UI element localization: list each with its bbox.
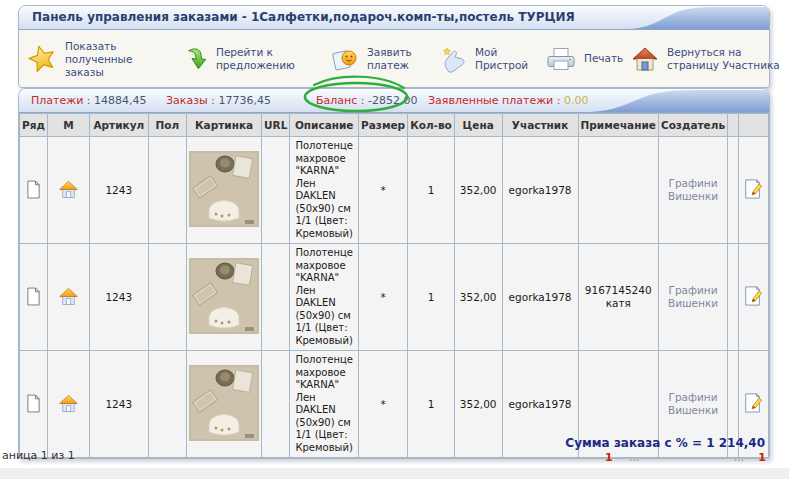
pagination-dots: ... (629, 451, 640, 464)
home-icon (631, 46, 659, 72)
edit-icon[interactable] (743, 285, 763, 309)
page-title: Панель управления заказами - 1Салфетки,п… (32, 10, 575, 24)
toolbar-button-print[interactable]: Печать (546, 47, 623, 71)
product-image[interactable] (189, 258, 259, 334)
house-small-icon[interactable] (58, 180, 79, 201)
printer-icon (546, 47, 576, 71)
cell-note (578, 137, 658, 244)
header-swoosh-decoration (589, 89, 769, 112)
cell-price: 352,00 (454, 244, 502, 351)
column-header: Примечание (578, 114, 658, 137)
pagination-right: ... 1 (734, 451, 766, 464)
star-icon (27, 44, 57, 74)
orders-table-panel: Платежи : 14884,45 Заказы : 17736,45 Бал… (18, 88, 770, 459)
product-image[interactable] (189, 365, 259, 441)
stat-value: 14884,45 (94, 94, 147, 107)
cell-description: Полотенце махровое "KARNA" Лен DAKLEN (5… (290, 137, 359, 244)
edit-icon[interactable] (743, 178, 763, 202)
column-header: URL (262, 114, 290, 137)
column-header: Кол-во (408, 114, 455, 137)
cell-blank (728, 244, 739, 351)
cell-price: 352,00 (454, 351, 502, 458)
pagination-left: 1 ... (605, 451, 639, 464)
cell-participant: egorka1978 (502, 244, 578, 351)
toolbar-button-show-received-orders[interactable]: Показать полученные заказы (27, 39, 150, 78)
cell-qty: 1 (408, 244, 455, 351)
table-row: 1243 Полотенце махровое "KARNA" Лен DAKL… (20, 244, 769, 351)
cell-pol (148, 137, 186, 244)
toolbar-button-label: Мой Пристрой (475, 46, 545, 72)
bottom-band (0, 468, 789, 479)
stat-separator: : (357, 94, 368, 107)
cell-article: 1243 (89, 351, 148, 458)
stat-separator: : (208, 94, 219, 107)
cell-participant: egorka1978 (502, 137, 578, 244)
cell-url (262, 137, 290, 244)
stat-value: -2852,00 (368, 94, 417, 107)
toolbar-button-label: Перейти к предложению (216, 46, 311, 72)
column-header: Картинка (187, 114, 262, 137)
cell-description: Полотенце махровое "KARNA" Лен DAKLEN (5… (290, 351, 359, 458)
cell-url (262, 244, 290, 351)
cell-article: 1243 (89, 244, 148, 351)
pagination-last-page[interactable]: 1 (758, 451, 766, 464)
stat-value: 17736,45 (218, 94, 271, 107)
orders-table: Ряд М Артикул Пол Картинка URL Описание … (19, 113, 769, 458)
row-page-icon[interactable] (26, 287, 41, 308)
stat-label: Заявленные платежи (428, 94, 553, 107)
toolbar: Показать полученные заказы Перейти к пре… (19, 30, 769, 87)
cell-qty: 1 (408, 137, 455, 244)
page-info: аница 1 из 1 (2, 449, 75, 462)
cell-size: * (359, 137, 408, 244)
toolbar-button-return-to-member-page[interactable]: Вернуться на страницу Участника (631, 46, 785, 72)
house-small-icon[interactable] (58, 287, 79, 308)
column-header: Пол (148, 114, 186, 137)
cell-article: 1243 (89, 137, 148, 244)
product-image[interactable] (189, 151, 259, 227)
stat-separator: : (553, 94, 564, 107)
cell-size: * (359, 351, 408, 458)
stat-payments: Платежи : 14884,45 (31, 94, 146, 107)
cell-blank (728, 137, 739, 244)
toolbar-button-go-to-offer[interactable]: Перейти к предложению (186, 46, 311, 72)
toolbar-button-declare-payment[interactable]: Заявить платеж (331, 46, 427, 72)
column-header: Ряд (20, 114, 48, 137)
toolbar-button-label: Показать полученные заказы (65, 39, 150, 78)
orders-control-panel: Панель управления заказами - 1Салфетки,п… (18, 5, 770, 88)
column-header (738, 114, 768, 137)
column-header: Размер (359, 114, 408, 137)
hand-star-icon (441, 45, 467, 73)
cell-description: Полотенце махровое "KARNA" Лен DAKLEN (5… (290, 244, 359, 351)
cell-pol (148, 244, 186, 351)
edit-icon[interactable] (743, 392, 763, 416)
column-header: Создатель (658, 114, 727, 137)
cell-creator[interactable]: Графини Вишенки (658, 137, 727, 244)
cell-note: 9167145240 катя (578, 244, 658, 351)
stat-separator: : (83, 94, 94, 107)
row-page-icon[interactable] (26, 180, 41, 201)
toolbar-button-label: Заявить платеж (367, 46, 427, 72)
stat-value: 0.00 (564, 94, 589, 107)
table-row: 1243 Полотенце махровое "KARNA" Лен DAKL… (20, 137, 769, 244)
cell-size: * (359, 244, 408, 351)
column-header: Описание (290, 114, 359, 137)
pagination-dots: ... (734, 451, 745, 464)
green-arrow-icon (186, 46, 208, 72)
header-swoosh-decoration (629, 6, 769, 29)
orders-panel-header: Панель управления заказами - 1Салфетки,п… (19, 6, 769, 30)
cell-creator[interactable]: Графини Вишенки (658, 244, 727, 351)
stat-declared-payments: Заявленные платежи : 0.00 (428, 94, 588, 107)
cell-url (262, 351, 290, 458)
row-page-icon[interactable] (26, 394, 41, 415)
stat-balance: Баланс : -2852,00 (316, 94, 417, 107)
column-header: М (47, 114, 89, 137)
stat-label: Платежи (31, 94, 83, 107)
column-header: Артикул (89, 114, 148, 137)
toolbar-button-my-pristroy[interactable]: Мой Пристрой (441, 45, 545, 73)
house-small-icon[interactable] (58, 394, 79, 415)
toolbar-button-label: Печать (584, 52, 623, 65)
column-header: Цена (454, 114, 502, 137)
pagination-first-page[interactable]: 1 (605, 451, 613, 464)
stat-orders: Заказы : 17736,45 (166, 94, 271, 107)
toolbar-button-label: Вернуться на страницу Участника (667, 46, 785, 72)
